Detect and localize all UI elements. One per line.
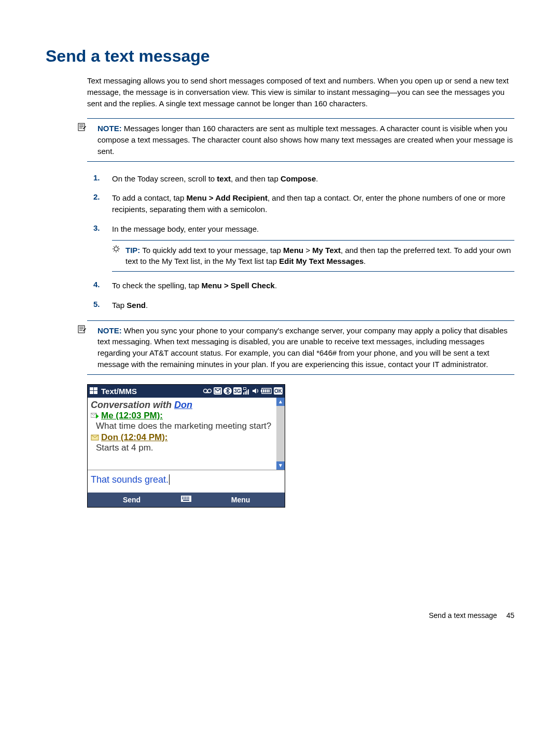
svg-rect-23	[184, 497, 185, 498]
ok-button[interactable]: OK	[274, 387, 283, 395]
step-number: 2.	[87, 192, 112, 215]
svg-rect-18	[269, 389, 270, 392]
message-icon	[214, 387, 222, 395]
scrollbar[interactable]: ▲ ▼	[276, 398, 285, 470]
svg-rect-7	[243, 392, 244, 395]
svg-rect-24	[185, 497, 186, 498]
svg-rect-2	[78, 326, 85, 333]
step-1: 1. On the Today screen, scroll to text, …	[87, 173, 514, 185]
voicemail-icon	[203, 388, 212, 394]
note-icon	[78, 123, 86, 131]
svg-rect-8	[245, 391, 246, 395]
svg-rect-28	[184, 498, 185, 499]
scroll-down-button[interactable]: ▼	[276, 461, 285, 470]
speaker-icon	[252, 388, 259, 394]
send-softkey[interactable]: Send	[88, 493, 176, 507]
start-icon[interactable]	[90, 387, 98, 395]
svg-rect-0	[78, 123, 85, 131]
svg-rect-27	[182, 498, 183, 499]
svg-rect-29	[185, 498, 186, 499]
contact-link[interactable]: Don	[174, 400, 192, 410]
step-4: 4. To check the spelling, tap Menu > Spe…	[87, 280, 514, 291]
page-number: 45	[506, 611, 514, 620]
message-input[interactable]: That sounds great.	[88, 470, 285, 493]
phone-screenshot: Text/MMS 3G	[87, 384, 285, 508]
tip-icon	[112, 245, 120, 253]
svg-rect-14	[261, 390, 262, 392]
note-icon	[78, 325, 86, 333]
step-5: 5. Tap Send.	[87, 300, 514, 311]
menu-softkey[interactable]: Menu	[197, 493, 285, 507]
received-message-icon	[91, 434, 99, 441]
note-label: NOTE:	[97, 326, 122, 335]
scroll-up-button[interactable]: ▲	[276, 398, 285, 406]
step-2: 2. To add a contact, tap Menu > Add Reci…	[87, 192, 514, 215]
footer-label: Send a text message	[429, 611, 497, 620]
svg-point-3	[204, 389, 207, 393]
conversation-title: Conversation with Don	[91, 400, 274, 411]
note-text: Messages longer than 160 characters are …	[97, 124, 513, 156]
message-text: Starts at 4 pm.	[96, 443, 274, 453]
step-number: 1.	[87, 173, 112, 185]
intro-paragraph: Text messaging allows you to send short …	[87, 75, 514, 109]
tip-label: TIP:	[125, 246, 140, 255]
svg-rect-15	[263, 389, 264, 392]
svg-rect-16	[265, 389, 267, 392]
titlebar: Text/MMS 3G	[88, 385, 285, 398]
note-callout-2: NOTE: When you sync your phone to your c…	[87, 320, 514, 375]
svg-rect-25	[187, 497, 188, 498]
svg-rect-17	[267, 389, 268, 392]
svg-point-1	[114, 247, 118, 251]
note-text: When you sync your phone to your company…	[97, 326, 508, 369]
message-text: What time does the marketing meeting sta…	[96, 421, 274, 431]
page-footer: Send a text message 45	[46, 611, 514, 620]
svg-rect-26	[188, 497, 189, 498]
status-icons: 3G OK	[203, 387, 283, 395]
app-title: Text/MMS	[101, 387, 137, 396]
svg-rect-10	[248, 389, 249, 395]
svg-rect-9	[246, 390, 247, 395]
svg-rect-31	[188, 498, 189, 499]
svg-point-4	[208, 389, 212, 393]
message-sender-me[interactable]: Me (12:03 PM):	[101, 411, 163, 421]
svg-rect-12	[244, 388, 246, 389]
note-label: NOTE:	[97, 124, 122, 133]
sent-message-icon	[91, 412, 99, 419]
step-number: 3.	[87, 223, 112, 272]
step-number: 5.	[87, 300, 112, 311]
keyboard-softkey[interactable]	[176, 493, 197, 507]
page-heading: Send a text message	[46, 47, 514, 66]
tip-callout: TIP: To quickly add text to your message…	[112, 240, 514, 272]
step-number: 4.	[87, 280, 112, 291]
svg-rect-30	[187, 498, 188, 499]
step-3: 3. In the message body, enter your messa…	[87, 223, 514, 272]
note-callout-1: NOTE: Messages longer than 160 character…	[87, 118, 514, 161]
signal-icon	[243, 387, 250, 395]
network-icon: 3G	[233, 387, 242, 395]
svg-rect-22	[182, 497, 183, 498]
svg-rect-32	[183, 500, 189, 501]
message-sender-don[interactable]: Don (12:04 PM):	[101, 432, 167, 443]
bluetooth-icon	[223, 387, 232, 395]
battery-icon	[261, 388, 272, 394]
